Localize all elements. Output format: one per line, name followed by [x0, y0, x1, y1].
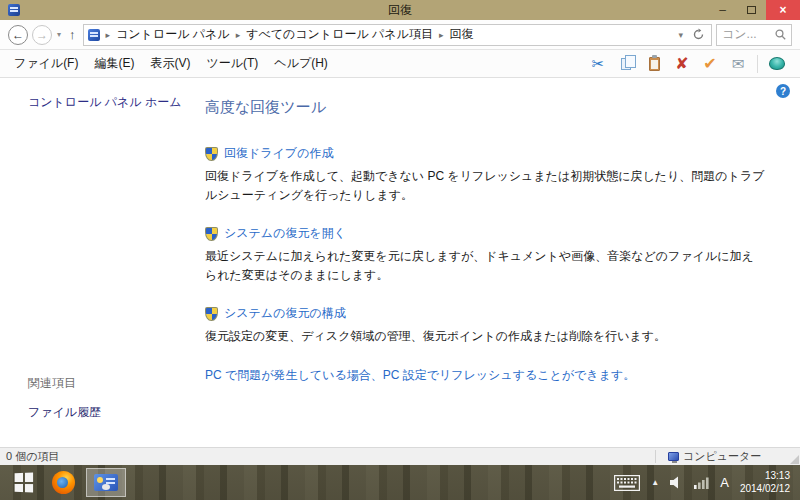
ime-indicator[interactable]: A — [720, 475, 729, 490]
menu-bar: ファイル(F) 編集(E) 表示(V) ツール(T) ヘルプ(H) ✂ ✘ ✔ … — [0, 50, 800, 78]
search-placeholder: コン... — [722, 26, 771, 43]
clock-date: 2014/02/12 — [740, 483, 790, 496]
taskbar-clock[interactable]: 13:13 2014/02/12 — [740, 470, 794, 495]
menu-edit[interactable]: 編集(E) — [86, 51, 142, 76]
history-dropdown-icon[interactable]: ▾ — [56, 30, 62, 39]
breadcrumb-item-all-items[interactable]: すべてのコントロール パネル項目 — [246, 26, 433, 43]
mail-icon[interactable]: ✉ — [729, 55, 747, 73]
shell-glyph — [769, 57, 785, 70]
pc-settings-refresh-link[interactable]: PC で問題が発生している場合、PC 設定でリフレッシュすることができます。 — [205, 367, 766, 384]
breadcrumb-item-control-panel[interactable]: コントロール パネル — [116, 26, 230, 43]
status-separator — [655, 450, 656, 463]
window-title: 回復 — [0, 2, 800, 19]
status-bar: 0 個の項目 コンピューター — [0, 447, 800, 465]
crumb-separator-icon: ▸ — [234, 30, 243, 40]
menu-view[interactable]: 表示(V) — [142, 51, 198, 76]
task-link-create-recovery-drive[interactable]: 回復ドライブの作成 — [224, 145, 333, 162]
computer-icon — [668, 452, 679, 461]
task-open-system-restore: システムの復元を開く 最近システムに加えられた変更を元に戻しますが、ドキュメント… — [205, 225, 766, 284]
sidebar-item-control-panel-home[interactable]: コントロール パネル ホーム — [28, 94, 195, 111]
show-hidden-icons-button[interactable]: ▲ — [651, 478, 659, 487]
search-input[interactable]: コン... — [716, 24, 792, 46]
network-signal-icon — [694, 477, 709, 489]
task-description: 最近システムに加えられた変更を元に戻しますが、ドキュメントや画像、音楽などのファ… — [205, 247, 765, 284]
system-tray: ▲ A 13:13 2014/02/12 — [614, 470, 794, 495]
uac-shield-icon — [205, 227, 218, 241]
clipboard-glyph — [649, 57, 660, 71]
firefox-icon — [52, 471, 75, 494]
task-configure-system-restore: システムの復元の構成 復元設定の変更、ディスク領域の管理、復元ポイントの作成また… — [205, 305, 766, 346]
search-icon — [775, 29, 786, 40]
refresh-icon — [692, 28, 705, 41]
control-panel-icon — [88, 29, 100, 41]
task-link-open-system-restore[interactable]: システムの復元を開く — [224, 225, 346, 242]
windows-logo-icon — [14, 473, 32, 493]
uac-shield-icon — [205, 147, 218, 161]
task-link-configure-system-restore[interactable]: システムの復元の構成 — [224, 305, 346, 322]
related-items-header: 関連項目 — [28, 375, 195, 392]
sidebar-related-section: 関連項目 ファイル履歴 — [28, 375, 195, 421]
desktop-screen: 回復 – × ← → ▾ ↑ ▸ コントロール パネル ▸ すべてのコントロール… — [0, 0, 800, 500]
content-area: ? コントロール パネル ホーム 関連項目 ファイル履歴 高度な回復ツール 回復… — [0, 78, 800, 447]
sidebar-item-file-history[interactable]: ファイル履歴 — [28, 404, 195, 421]
control-panel-window-icon — [94, 474, 118, 491]
shell-icon[interactable] — [768, 55, 786, 73]
forward-button[interactable]: → — [32, 25, 52, 45]
back-button[interactable]: ← — [8, 25, 28, 45]
breadcrumb-item-recovery[interactable]: 回復 — [449, 26, 473, 43]
address-dropdown-icon[interactable]: ▾ — [678, 30, 683, 40]
crumb-separator-icon: ▸ — [104, 30, 113, 40]
refresh-button[interactable] — [689, 26, 707, 44]
task-description: 回復ドライブを作成して、起動できない PC をリフレッシュまたは初期状態に戻した… — [205, 167, 765, 204]
start-button[interactable] — [6, 465, 40, 500]
item-count: 0 個の項目 — [0, 449, 59, 464]
menu-help[interactable]: ヘルプ(H) — [266, 51, 336, 76]
menu-file[interactable]: ファイル(F) — [6, 51, 86, 76]
title-bar: 回復 – × — [0, 0, 800, 20]
task-description: 復元設定の変更、ディスク領域の管理、復元ポイントの作成または削除を行います。 — [205, 327, 765, 346]
keyboard-icon — [614, 475, 640, 491]
sidebar: コントロール パネル ホーム 関連項目 ファイル履歴 — [0, 78, 205, 447]
restore-icon — [747, 6, 756, 14]
up-button[interactable]: ↑ — [66, 27, 79, 42]
toolbar-separator — [757, 55, 758, 73]
resize-grip[interactable] — [790, 455, 799, 464]
volume-button[interactable] — [670, 476, 683, 489]
paste-icon[interactable] — [645, 55, 663, 73]
menu-tools[interactable]: ツール(T) — [198, 51, 266, 76]
delete-icon[interactable]: ✘ — [673, 55, 691, 73]
network-button[interactable] — [694, 477, 709, 489]
crumb-separator-icon: ▸ — [437, 30, 446, 40]
clock-time: 13:13 — [740, 470, 790, 483]
zone-label: コンピューター — [683, 449, 761, 464]
check-icon[interactable]: ✔ — [701, 55, 719, 73]
copy-icon[interactable] — [617, 55, 635, 73]
page-title: 高度な回復ツール — [205, 98, 766, 117]
main-panel: 高度な回復ツール 回復ドライブの作成 回復ドライブを作成して、起動できない PC… — [205, 78, 800, 447]
task-create-recovery-drive: 回復ドライブの作成 回復ドライブを作成して、起動できない PC をリフレッシュま… — [205, 145, 766, 204]
speaker-icon — [670, 476, 683, 489]
zone-indicator: コンピューター — [668, 449, 761, 464]
taskbar: ▲ A 13:13 2014/02/12 — [0, 465, 800, 500]
mouse-glyph — [102, 484, 110, 490]
address-bar: ← → ▾ ↑ ▸ コントロール パネル ▸ すべてのコントロール パネル項目 … — [0, 20, 800, 50]
toolbar: ✂ ✘ ✔ ✉ — [589, 55, 794, 73]
touch-keyboard-button[interactable] — [614, 475, 640, 491]
breadcrumb[interactable]: ▸ コントロール パネル ▸ すべてのコントロール パネル項目 ▸ 回復 ▾ — [83, 24, 712, 46]
uac-shield-icon — [205, 307, 218, 321]
taskbar-item-firefox[interactable] — [46, 465, 80, 500]
taskbar-item-control-panel-active[interactable] — [86, 468, 126, 497]
help-icon[interactable]: ? — [776, 84, 790, 98]
copy-pages-glyph — [621, 58, 631, 70]
cut-icon[interactable]: ✂ — [589, 55, 607, 73]
